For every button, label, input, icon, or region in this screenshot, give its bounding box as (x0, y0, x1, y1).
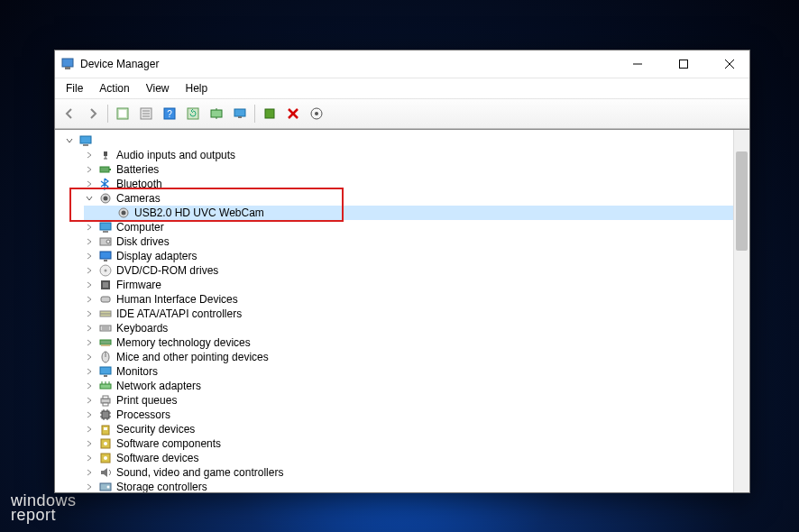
svg-rect-25 (104, 151, 107, 156)
refresh-button[interactable] (182, 103, 204, 124)
chevron-right-icon (84, 179, 95, 189)
category-label: Software devices (116, 452, 198, 464)
enable-device-button[interactable] (259, 103, 280, 124)
nav-forward-button[interactable] (82, 103, 104, 124)
properties-button[interactable] (135, 103, 157, 124)
svg-rect-18 (265, 109, 274, 118)
category-disk-drives[interactable]: Disk drives (84, 234, 733, 249)
svg-rect-14 (188, 108, 198, 119)
app-icon (60, 57, 75, 71)
svg-rect-16 (234, 109, 245, 116)
menu-file[interactable]: File (59, 80, 90, 96)
vertical-scrollbar[interactable] (733, 130, 749, 492)
nav-back-button[interactable] (59, 103, 80, 124)
category-computer[interactable]: Computer (84, 220, 733, 234)
memory-icon (98, 335, 113, 350)
category-label: Monitors (116, 365, 158, 378)
category-cameras[interactable]: Cameras (84, 191, 733, 206)
chevron-right-icon (84, 467, 95, 478)
svg-rect-48 (100, 340, 111, 344)
svg-text:?: ? (167, 109, 172, 119)
storage-icon (98, 480, 113, 492)
chevron-right-icon (84, 164, 95, 175)
svg-rect-58 (101, 399, 110, 403)
menu-help[interactable]: Help (179, 80, 216, 96)
category-label: Keyboards (116, 322, 168, 335)
chevron-right-icon (84, 366, 95, 377)
svg-rect-3 (679, 60, 687, 69)
window-title: Device Manager (80, 58, 159, 70)
titlebar: Device Manager (55, 50, 749, 78)
svg-point-75 (104, 456, 107, 460)
category-human-interface-devices[interactable]: Human Interface Devices (84, 292, 733, 307)
category-label: Security devices (116, 423, 195, 436)
disk-icon (98, 234, 113, 249)
battery-icon (98, 162, 113, 177)
category-label: Computer (116, 221, 164, 234)
category-network-adapters[interactable]: Network adapters (84, 379, 733, 393)
category-firmware[interactable]: Firmware (84, 278, 733, 292)
chevron-down-icon (84, 193, 95, 204)
menu-action[interactable]: Action (92, 80, 136, 96)
menu-view[interactable]: View (139, 80, 177, 96)
chevron-right-icon (84, 280, 95, 290)
svg-rect-24 (83, 144, 88, 146)
category-monitors[interactable]: Monitors (84, 364, 733, 379)
svg-rect-49 (101, 344, 110, 346)
tree-root[interactable] (64, 133, 733, 148)
category-dvd-cd-rom-drives[interactable]: DVD/CD-ROM drives (84, 263, 733, 278)
category-memory-technology-devices[interactable]: Memory technology devices (84, 335, 733, 350)
maximize-button[interactable] (663, 50, 703, 78)
category-ide-ata-atapi-controllers[interactable]: IDE ATA/ATAPI controllers (84, 307, 733, 321)
camera-icon (98, 191, 113, 206)
chevron-right-icon (84, 251, 95, 261)
svg-rect-0 (62, 59, 73, 67)
category-label: Processors (116, 408, 170, 421)
svg-point-73 (104, 442, 107, 445)
device-usb2-0-hd-uvc-webcam[interactable]: USB2.0 HD UVC WebCam (84, 206, 733, 220)
category-software-components[interactable]: Software components (84, 436, 733, 451)
network-icon (98, 379, 113, 393)
category-label: Print queues (116, 394, 177, 407)
category-batteries[interactable]: Batteries (84, 162, 733, 177)
category-software-devices[interactable]: Software devices (84, 451, 733, 465)
svg-rect-53 (104, 375, 107, 377)
monitor-button[interactable] (229, 103, 251, 124)
svg-point-77 (107, 486, 110, 489)
keyboard-icon (98, 321, 113, 335)
category-mice-and-other-pointing-devices[interactable]: Mice and other pointing devices (84, 350, 733, 364)
display-icon (98, 249, 113, 263)
security-icon (98, 422, 113, 436)
category-display-adapters[interactable]: Display adapters (84, 249, 733, 263)
category-audio-inputs-and-outputs[interactable]: Audio inputs and outputs (84, 148, 733, 162)
software-icon (98, 436, 113, 451)
close-button[interactable] (709, 50, 749, 78)
scan-hardware-button[interactable] (306, 103, 327, 124)
svg-rect-17 (238, 116, 242, 118)
device-tree[interactable]: Audio inputs and outputsBatteriesBluetoo… (55, 130, 733, 492)
update-driver-button[interactable] (206, 103, 227, 124)
category-keyboards[interactable]: Keyboards (84, 321, 733, 335)
category-sound-video-and-game-controllers[interactable]: Sound, video and game controllers (84, 465, 733, 480)
uninstall-button[interactable] (282, 103, 304, 124)
category-bluetooth[interactable]: Bluetooth (84, 177, 733, 191)
category-label: Firmware (116, 279, 161, 291)
chevron-right-icon (84, 438, 95, 449)
computer-icon (78, 133, 93, 148)
show-hidden-button[interactable] (112, 103, 133, 124)
help-button[interactable]: ? (159, 103, 180, 124)
category-label: Batteries (116, 163, 159, 176)
svg-rect-61 (102, 411, 109, 418)
category-security-devices[interactable]: Security devices (84, 422, 733, 436)
category-storage-controllers[interactable]: Storage controllers (84, 480, 733, 492)
scrollbar-thumb[interactable] (736, 151, 748, 251)
category-processors[interactable]: Processors (84, 408, 733, 422)
category-label: Sound, video and game controllers (116, 466, 283, 479)
svg-rect-59 (103, 396, 108, 399)
category-print-queues[interactable]: Print queues (84, 393, 733, 408)
minimize-button[interactable] (617, 50, 657, 78)
svg-rect-26 (100, 167, 109, 172)
category-label: Storage controllers (116, 481, 207, 492)
toolbar: ? (55, 99, 749, 129)
svg-rect-54 (100, 384, 111, 389)
